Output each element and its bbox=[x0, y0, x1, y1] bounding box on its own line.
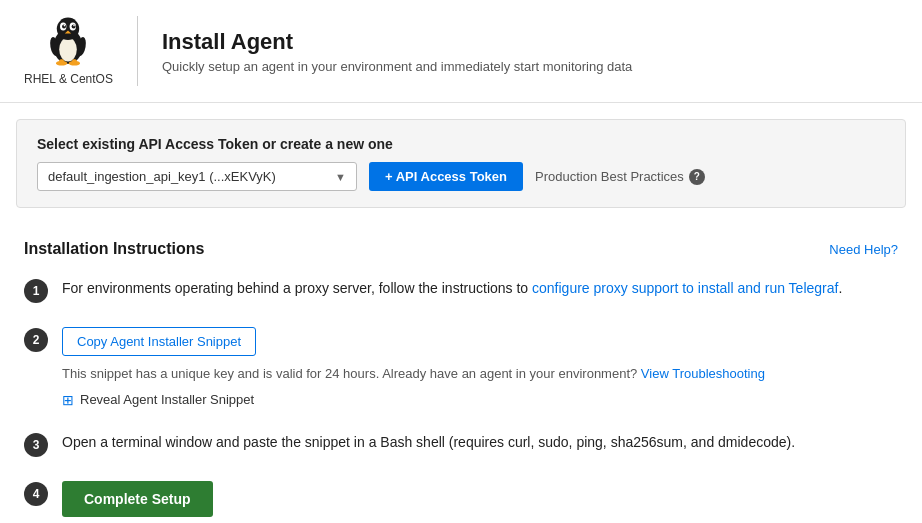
add-api-token-button[interactable]: + API Access Token bbox=[369, 162, 523, 191]
step-3-content: Open a terminal window and paste the sni… bbox=[62, 432, 898, 453]
view-troubleshooting-link[interactable]: View Troubleshooting bbox=[641, 366, 765, 381]
help-icon: ? bbox=[689, 169, 705, 185]
rhel-centos-logo bbox=[44, 16, 92, 68]
main-content: Installation Instructions Need Help? 1 F… bbox=[0, 224, 922, 523]
token-select-value: default_ingestion_api_key1 (...xEKVyK) bbox=[48, 169, 276, 184]
step-1-content: For environments operating behind a prox… bbox=[62, 278, 898, 299]
step-3-number: 3 bbox=[24, 433, 48, 457]
complete-setup-button[interactable]: Complete Setup bbox=[62, 481, 213, 517]
proxy-support-link[interactable]: configure proxy support to install and r… bbox=[532, 280, 838, 296]
svg-point-8 bbox=[74, 25, 76, 27]
copy-agent-installer-button[interactable]: Copy Agent Installer Snippet bbox=[62, 327, 256, 356]
step-2-note: This snippet has a unique key and is val… bbox=[62, 364, 898, 384]
token-row: default_ingestion_api_key1 (...xEKVyK) ▼… bbox=[37, 162, 885, 191]
chevron-down-icon: ▼ bbox=[335, 171, 346, 183]
svg-point-2 bbox=[57, 18, 79, 40]
step-1-text-after: . bbox=[838, 280, 842, 296]
step-1-number: 1 bbox=[24, 279, 48, 303]
page-subtitle: Quickly setup an agent in your environme… bbox=[162, 59, 632, 74]
reveal-snippet-row[interactable]: ⊞ Reveal Agent Installer Snippet bbox=[62, 392, 898, 408]
production-best-practices-link[interactable]: Production Best Practices ? bbox=[535, 169, 705, 185]
step-3-text: Open a terminal window and paste the sni… bbox=[62, 432, 898, 453]
step-2-content: Copy Agent Installer Snippet This snippe… bbox=[62, 327, 898, 408]
step-2-number: 2 bbox=[24, 328, 48, 352]
svg-point-1 bbox=[60, 38, 78, 62]
logo-label: RHEL & CentOS bbox=[24, 72, 113, 86]
step-3: 3 Open a terminal window and paste the s… bbox=[24, 432, 898, 457]
need-help-link[interactable]: Need Help? bbox=[829, 242, 898, 257]
logo-section: RHEL & CentOS bbox=[24, 16, 138, 86]
token-section: Select existing API Access Token or crea… bbox=[16, 119, 906, 208]
page-title: Install Agent bbox=[162, 29, 632, 55]
step-1-text-before: For environments operating behind a prox… bbox=[62, 280, 532, 296]
svg-rect-12 bbox=[60, 59, 65, 65]
production-link-label: Production Best Practices bbox=[535, 169, 684, 184]
svg-rect-13 bbox=[72, 59, 77, 65]
installation-header: Installation Instructions Need Help? bbox=[24, 240, 898, 258]
expand-icon: ⊞ bbox=[62, 392, 74, 408]
installation-title: Installation Instructions bbox=[24, 240, 204, 258]
step-2: 2 Copy Agent Installer Snippet This snip… bbox=[24, 327, 898, 408]
token-section-label: Select existing API Access Token or crea… bbox=[37, 136, 885, 152]
step-1: 1 For environments operating behind a pr… bbox=[24, 278, 898, 303]
page-header: RHEL & CentOS Install Agent Quickly setu… bbox=[0, 0, 922, 103]
api-token-select[interactable]: default_ingestion_api_key1 (...xEKVyK) ▼ bbox=[37, 162, 357, 191]
step-2-note-text: This snippet has a unique key and is val… bbox=[62, 366, 641, 381]
step-1-text: For environments operating behind a prox… bbox=[62, 278, 898, 299]
step-4: 4 Complete Setup bbox=[24, 481, 898, 517]
step-4-number: 4 bbox=[24, 482, 48, 506]
reveal-snippet-label: Reveal Agent Installer Snippet bbox=[80, 392, 254, 407]
step-4-content: Complete Setup bbox=[62, 481, 898, 517]
svg-point-7 bbox=[64, 25, 66, 27]
header-text-section: Install Agent Quickly setup an agent in … bbox=[138, 29, 632, 74]
